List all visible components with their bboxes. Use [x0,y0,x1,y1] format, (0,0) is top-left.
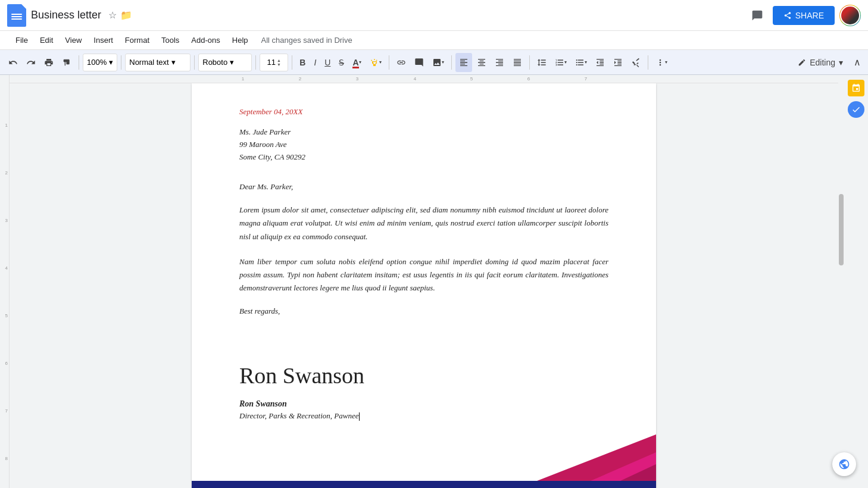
zoom-selector[interactable]: 100% ▾ [83,54,117,71]
document-title[interactable]: Business letter [31,9,101,21]
line-spacing-button[interactable] [533,53,550,72]
closing: Best regards, [239,306,608,316]
ruler-mark-1: 1 [5,123,8,128]
ruler-top-6: 6 [527,76,530,82]
sender-name: Ron Swanson [239,399,608,409]
divider-4 [255,55,256,70]
tasks-panel-icon[interactable] [848,101,864,118]
align-justify-button[interactable] [509,53,526,72]
save-status: All changes saved in Drive [261,36,352,45]
increase-indent-button[interactable] [610,53,626,72]
scrollbar-thumb[interactable] [839,194,844,265]
recipient-address: Ms. Jude Parker 99 Maroon Ave Some City,… [239,126,608,163]
italic-button[interactable]: I [310,53,320,72]
right-side-panel [844,75,868,488]
collapse-toolbar-button[interactable]: ∧ [851,54,863,70]
ruler-mark-5: 5 [5,313,8,318]
user-avatar[interactable] [839,5,861,26]
paint-format-button[interactable] [58,53,75,72]
svg-rect-0 [192,481,656,488]
top-bar: Business letter ☆ 📁 SHARE [0,0,868,31]
ruler-top-4: 4 [414,76,416,82]
share-label: SHARE [795,11,824,20]
menu-edit[interactable]: Edit [34,33,59,47]
menu-help[interactable]: Help [226,33,254,47]
signature-image: Ron Swanson [239,362,364,389]
insert-image-button[interactable]: ▾ [429,53,448,72]
footer-decoration [192,434,656,488]
menu-tools[interactable]: Tools [155,33,185,47]
numbered-list-button[interactable]: ▾ [551,53,570,72]
menu-bar: File Edit View Insert Format Tools Add-o… [0,31,868,50]
share-button[interactable]: SHARE [773,6,835,25]
menu-file[interactable]: File [10,33,34,47]
align-center-button[interactable] [473,53,490,72]
scrollbar-track[interactable] [838,75,844,488]
divider-9 [648,55,648,70]
recipient-name: Ms. Jude Parker [239,126,608,139]
doc-icon[interactable] [7,4,26,27]
star-icon[interactable]: ☆ [108,10,117,21]
style-selector[interactable]: Normal text ▾ [125,54,191,71]
text-color-button[interactable]: A ▾ [349,53,364,72]
ruler-mark-8: 8 [5,456,8,461]
calendar-panel-icon[interactable] [848,80,864,96]
ruler-top-inner: 1 2 3 4 5 6 7 [186,75,650,83]
text-cursor [359,412,360,421]
bulleted-list-button[interactable]: ▾ [572,53,591,72]
document-page[interactable]: September 04, 20XX Ms. Jude Parker 99 Ma… [192,83,656,488]
align-left-button[interactable] [455,53,472,72]
zoom-arrow: ▾ [109,58,113,67]
zoom-value: 100% [87,58,107,67]
underline-button[interactable]: U [321,53,334,72]
ruler-top: 1 2 3 4 5 6 7 [10,75,838,83]
editing-mode-label: Editing [810,58,835,67]
ruler-mark-2: 2 [5,170,8,176]
folder-icon[interactable]: 📁 [120,10,132,21]
toolbar: 100% ▾ Normal text ▾ Roboto ▾ 11 ▲▼ B I … [0,50,868,75]
title-icons: ☆ 📁 [108,10,132,21]
menu-addons[interactable]: Add-ons [185,33,226,47]
clear-formatting-button[interactable] [627,53,644,72]
print-button[interactable] [40,53,57,72]
ruler-top-7: 7 [585,76,587,82]
font-size-value: 11 [267,58,276,67]
undo-button[interactable] [5,53,21,72]
paragraph-1: Lorem ipsum dolor sit amet, consectetuer… [239,204,608,243]
editing-mode-arrow: ▾ [839,58,843,67]
bold-button[interactable]: B [296,53,309,72]
document-date: September 04, 20XX [239,107,608,117]
ruler-mark-3: 3 [5,218,8,223]
ai-assistant-button[interactable] [832,452,856,476]
divider-2 [121,55,121,70]
menu-view[interactable]: View [59,33,88,47]
style-arrow: ▾ [171,58,176,67]
decrease-indent-button[interactable] [592,53,608,72]
salutation: Dear Ms. Parker, [239,182,608,192]
style-value: Normal text [129,58,168,67]
divider-5 [292,55,292,70]
more-options-button[interactable]: ▾ [652,53,671,72]
redo-button[interactable] [23,53,39,72]
font-selector[interactable]: Roboto ▾ [198,54,252,71]
document-scroll-area[interactable]: 1 2 3 4 5 6 7 September 04, 20XX Ms. Jud… [10,75,838,488]
editing-mode-selector[interactable]: Editing ▾ [793,55,848,70]
ruler-left: 1 2 3 4 5 6 7 8 9 [0,75,10,488]
divider-1 [79,55,79,70]
ruler-mark-6: 6 [5,361,8,366]
chat-icon[interactable] [747,5,768,26]
font-arrow: ▾ [230,58,234,67]
footer-svg [192,434,656,488]
font-size-box[interactable]: 11 ▲▼ [260,54,288,71]
paragraph-2: Nam liber tempor cum soluta nobis eleife… [239,255,608,295]
menu-insert[interactable]: Insert [88,33,119,47]
menu-format[interactable]: Format [119,33,155,47]
font-value: Roboto [202,58,227,67]
strikethrough-button[interactable]: S̶ [335,53,348,72]
highlight-button[interactable]: ▾ [366,53,385,72]
insert-comment-button[interactable] [411,53,427,72]
main-area: 1 2 3 4 5 6 7 8 9 1 2 3 4 5 6 7 [0,75,868,488]
align-right-button[interactable] [491,53,508,72]
recipient-address-line1: 99 Maroon Ave [239,139,608,151]
insert-link-button[interactable] [393,53,410,72]
